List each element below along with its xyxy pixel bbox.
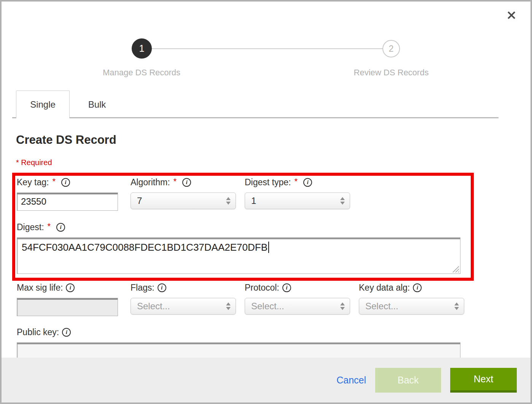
digest-label: Digest: [17,222,44,232]
step-2-number: 2 [389,44,394,54]
field-digest: Digest: * i 54FCF030AA1C79C0088FDEC1BD1C… [17,221,460,274]
select-arrows-icon [340,197,345,205]
back-button[interactable]: Back [375,368,441,393]
protocol-label: Protocol: [245,283,279,293]
public-key-info-icon[interactable]: i [62,328,71,337]
step-1-number: 1 [139,43,145,54]
required-note: * Required [16,158,52,167]
step-1-label: Manage DS Records [65,68,218,78]
algorithm-select[interactable]: 7 [131,192,236,209]
max-sig-life-label: Max sig life: [17,283,63,293]
key-tag-input[interactable] [17,192,118,211]
algorithm-required-asterisk: * [174,177,177,186]
digest-type-info-icon[interactable]: i [303,178,312,187]
protocol-select[interactable]: Select... [245,298,350,315]
select-arrows-icon [340,302,345,310]
field-digest-type: Digest type: * i 1 [245,177,350,209]
step-1-circle: 1 [132,38,152,59]
field-protocol: Protocol: i Select... [245,282,350,315]
select-arrows-icon [226,302,231,310]
footer-action-bar: Cancel Back Next [2,358,530,402]
digest-info-icon[interactable]: i [56,223,65,232]
step-2-circle: 2 [382,40,400,57]
digest-textarea[interactable]: 54FCF030AA1C79C0088FDEC1BD1C37DAA2E70DFB [17,237,460,274]
tab-bar-underline [12,117,499,118]
key-data-alg-label: Key data alg: [359,283,410,293]
key-data-alg-select[interactable]: Select... [359,298,464,315]
field-key-tag: Key tag: * i [17,177,118,211]
protocol-info-icon[interactable]: i [282,283,291,292]
close-button[interactable] [505,8,518,22]
close-icon [506,10,517,21]
text-cursor [268,242,269,253]
max-sig-life-info-icon[interactable]: i [66,283,75,292]
algorithm-info-icon[interactable]: i [182,178,191,187]
key-data-alg-placeholder: Select... [365,301,398,312]
wizard-stepper: 1 2 Manage DS Records Review DS Records [0,0,532,87]
digest-type-select[interactable]: 1 [245,192,350,209]
flags-placeholder: Select... [137,301,170,312]
field-key-data-alg: Key data alg: i Select... [359,282,464,315]
digest-type-required-asterisk: * [294,177,298,186]
digest-type-selected-value: 1 [251,196,256,206]
key-data-alg-info-icon[interactable]: i [413,283,422,292]
tab-single[interactable]: Single [16,91,70,118]
digest-value: 54FCF030AA1C79C0088FDEC1BD1C37DAA2E70DFB [22,242,268,253]
textarea-resize-handle[interactable] [452,266,459,272]
page-title: Create DS Record [16,133,116,147]
key-tag-label: Key tag: [17,177,49,188]
max-sig-life-input[interactable] [17,298,118,316]
select-arrows-icon [226,197,231,205]
cancel-button[interactable]: Cancel [336,375,366,386]
next-button[interactable]: Next [450,368,517,393]
public-key-label: Public key: [17,327,59,337]
flags-info-icon[interactable]: i [158,283,166,292]
tab-bulk[interactable]: Bulk [70,91,124,118]
field-flags: Flags: i Select... [131,282,236,315]
step-2-label: Review DS Records [315,68,467,78]
field-max-sig-life: Max sig life: i [17,282,118,316]
protocol-placeholder: Select... [251,301,284,312]
key-tag-required-asterisk: * [52,177,56,186]
algorithm-selected-value: 7 [137,196,142,206]
digest-required-asterisk: * [48,221,51,231]
algorithm-label: Algorithm: [131,177,170,188]
key-tag-info-icon[interactable]: i [61,178,70,187]
flags-label: Flags: [131,283,155,293]
flags-select[interactable]: Select... [131,298,236,315]
field-algorithm: Algorithm: * i 7 [131,177,236,209]
digest-type-label: Digest type: [245,177,291,188]
stepper-connector-line [151,48,383,49]
select-arrows-icon [454,302,459,310]
